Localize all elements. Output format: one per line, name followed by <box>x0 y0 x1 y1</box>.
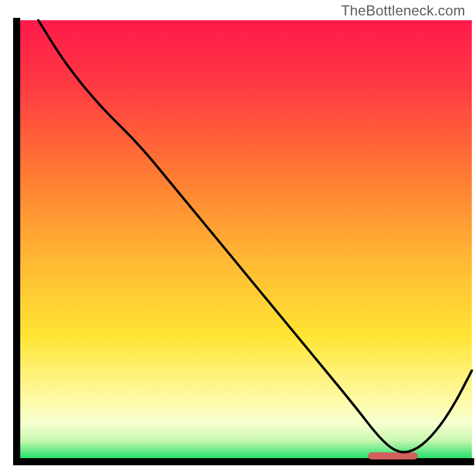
bottleneck-chart <box>0 0 476 476</box>
y-axis <box>13 18 20 465</box>
chart-container: TheBottleneck.com <box>0 0 476 476</box>
optimal-range-marker <box>368 452 417 459</box>
watermark-text: TheBottleneck.com <box>341 2 465 19</box>
plot-background <box>20 20 472 458</box>
